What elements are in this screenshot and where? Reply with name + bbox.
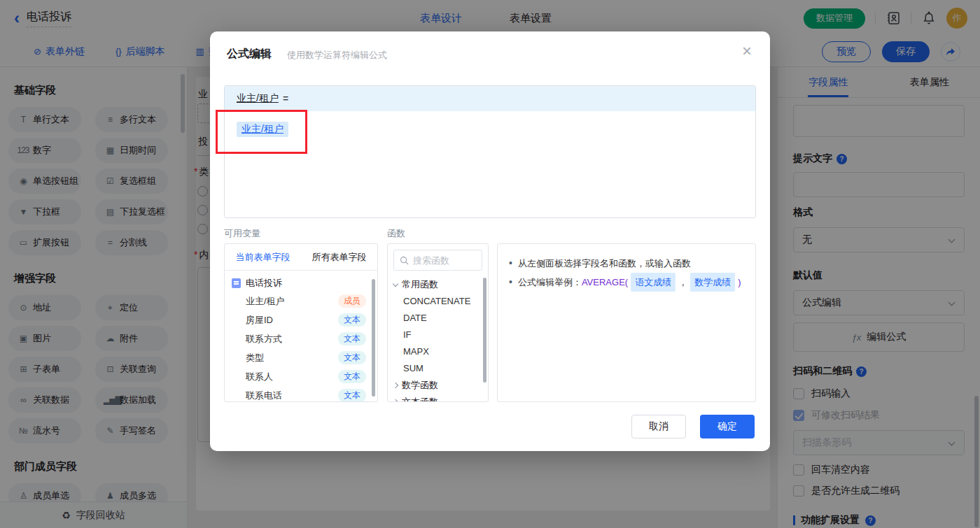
cancel-button[interactable]: 取消 xyxy=(631,415,686,438)
function-search-input[interactable] xyxy=(413,255,476,266)
chevron-right-icon xyxy=(393,383,398,388)
variable-name: 房屋ID xyxy=(246,314,273,327)
variable-name: 业主/租户 xyxy=(246,295,285,308)
function-search-box xyxy=(393,250,482,271)
app-root: ‹ 电话投诉 表单设计 表单设置 数据管理 作 ⊘ 表单外链 xyxy=(0,0,980,528)
variable-type-badge: 文本 xyxy=(338,370,366,383)
variables-list: 业主/租户 成员 房屋ID 文本 联系方式 文本 类型 xyxy=(225,292,377,402)
example-comma: ， xyxy=(678,273,687,292)
help-line-1: • 从左侧面板选择字段名和函数，或输入函数 xyxy=(509,254,744,273)
functions-label: 函数 xyxy=(387,227,405,240)
function-item[interactable]: IF xyxy=(388,327,488,343)
variables-scrollbar[interactable] xyxy=(372,279,375,397)
function-item[interactable]: CONCATENATE xyxy=(388,293,488,310)
bullet-icon: • xyxy=(509,254,512,273)
variable-type-badge: 文本 xyxy=(338,313,366,327)
variable-row[interactable]: 联系电话 文本 xyxy=(225,386,377,402)
modal-footer: 取消 确定 xyxy=(631,415,755,438)
function-list: CONCATENATE DATE IF MAPX SUM xyxy=(388,293,488,377)
formula-target-field: 业主/租户 xyxy=(237,92,279,105)
variable-row[interactable]: 房屋ID 文本 xyxy=(225,311,377,329)
function-group-text[interactable]: 文本函数 xyxy=(388,394,488,402)
variable-row[interactable]: 业主/租户 成员 xyxy=(225,292,377,311)
variable-type-badge: 文本 xyxy=(338,351,366,364)
modal-subtitle: 使用数学运算符编辑公式 xyxy=(287,49,387,62)
variables-panel: 当前表单字段 所有表单字段 电话投诉 业主/租户 成员 房屋ID 文本 xyxy=(224,243,378,402)
variable-name: 联系人 xyxy=(246,371,273,383)
example-field-chip: 语文成绩 xyxy=(631,273,676,292)
annotation-highlight-box xyxy=(216,110,307,154)
chevron-down-icon xyxy=(393,280,398,286)
variable-name: 类型 xyxy=(246,352,264,364)
modal-title: 公式编辑 xyxy=(227,47,272,62)
help-panel: • 从左侧面板选择字段名和函数，或输入函数 • 公式编辑举例： AVERAGE(… xyxy=(497,243,756,402)
variable-type-badge: 成员 xyxy=(338,294,366,308)
functions-panel: 常用函数 CONCATENATE DATE IF MAPX SUM 数学函数 xyxy=(387,243,489,402)
help-line-2: • 公式编辑举例： AVERAGE( 语文成绩 ， 数学成绩 ) xyxy=(509,273,744,292)
variables-label: 可用变量 xyxy=(224,227,260,240)
example-function-close: ) xyxy=(738,273,741,292)
function-item[interactable]: SUM xyxy=(388,360,488,377)
variables-tree-root[interactable]: 电话投诉 xyxy=(225,271,377,292)
tab-all-form-fields[interactable]: 所有表单字段 xyxy=(301,244,377,270)
equals-sign: = xyxy=(283,93,288,104)
bullet-icon: • xyxy=(509,273,512,292)
search-icon xyxy=(400,256,409,265)
confirm-button[interactable]: 确定 xyxy=(700,415,755,438)
function-group-math[interactable]: 数学函数 xyxy=(388,377,488,394)
close-icon[interactable]: × xyxy=(742,43,752,59)
function-item[interactable]: MAPX xyxy=(388,343,488,360)
functions-scrollbar[interactable] xyxy=(483,278,486,383)
variable-row[interactable]: 联系人 文本 xyxy=(225,367,377,386)
variable-row[interactable]: 类型 文本 xyxy=(225,348,377,367)
function-group-common[interactable]: 常用函数 xyxy=(388,276,488,293)
example-field-chip: 数学成绩 xyxy=(690,273,735,292)
variables-tabs: 当前表单字段 所有表单字段 xyxy=(225,244,377,271)
chevron-right-icon xyxy=(393,399,398,402)
formula-editor-modal: 公式编辑 使用数学运算符编辑公式 × 业主/租户 = 业主/租户 可用变量 函数… xyxy=(210,31,770,451)
function-item[interactable]: DATE xyxy=(388,310,488,327)
variable-name: 联系电话 xyxy=(246,390,282,402)
document-icon xyxy=(232,278,241,288)
formula-target-bar: 业主/租户 = xyxy=(225,86,755,111)
variable-name: 联系方式 xyxy=(246,333,282,345)
variable-type-badge: 文本 xyxy=(338,389,366,402)
example-function-open: AVERAGE( xyxy=(582,273,628,292)
variable-type-badge: 文本 xyxy=(338,332,366,345)
variable-row[interactable]: 联系方式 文本 xyxy=(225,329,377,348)
tab-current-form-fields[interactable]: 当前表单字段 xyxy=(225,244,301,270)
